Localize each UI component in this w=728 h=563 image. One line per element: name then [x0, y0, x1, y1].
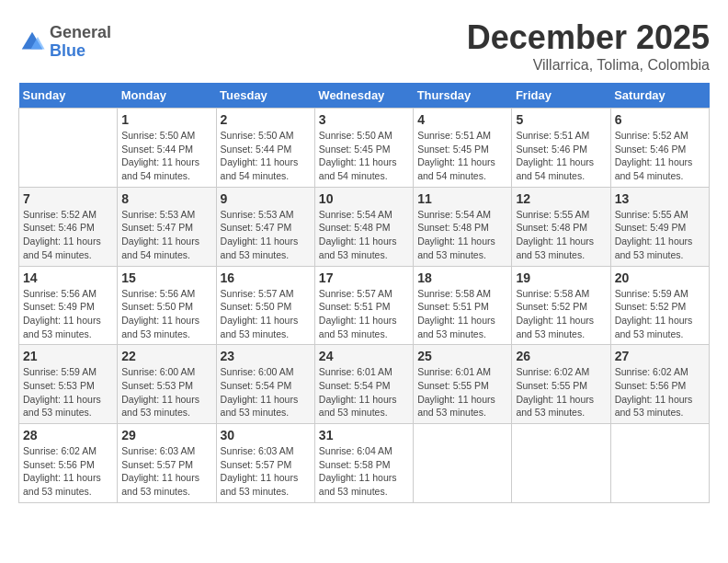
day-number: 18 — [417, 270, 507, 285]
logo-text: General Blue — [50, 24, 111, 61]
day-number: 10 — [319, 191, 409, 206]
day-info: Sunrise: 5:52 AMSunset: 5:46 PMDaylight:… — [615, 129, 705, 183]
day-number: 29 — [121, 428, 211, 442]
day-number: 8 — [121, 191, 211, 206]
calendar-cell: 23Sunrise: 6:00 AMSunset: 5:54 PMDayligh… — [216, 345, 314, 424]
calendar-cell: 28Sunrise: 6:02 AMSunset: 5:56 PMDayligh… — [19, 424, 118, 503]
calendar-cell — [19, 109, 118, 188]
logo-icon — [18, 29, 46, 56]
calendar-cell: 6Sunrise: 5:52 AMSunset: 5:46 PMDaylight… — [610, 109, 709, 188]
day-info: Sunrise: 5:51 AMSunset: 5:46 PMDaylight:… — [516, 129, 606, 183]
calendar-cell: 14Sunrise: 5:56 AMSunset: 5:49 PMDayligh… — [19, 266, 118, 345]
calendar-cell: 2Sunrise: 5:50 AMSunset: 5:44 PMDaylight… — [216, 109, 314, 188]
day-info: Sunrise: 5:52 AMSunset: 5:46 PMDaylight:… — [23, 208, 113, 262]
page-header: General Blue December 2025 Villarrica, T… — [18, 18, 710, 74]
calendar-cell: 8Sunrise: 5:53 AMSunset: 5:47 PMDaylight… — [118, 187, 216, 266]
calendar-cell — [512, 424, 610, 503]
calendar-cell: 3Sunrise: 5:50 AMSunset: 5:45 PMDaylight… — [314, 109, 413, 188]
calendar-cell: 30Sunrise: 6:03 AMSunset: 5:57 PMDayligh… — [216, 424, 314, 503]
calendar-cell: 13Sunrise: 5:55 AMSunset: 5:49 PMDayligh… — [610, 187, 709, 266]
day-number: 7 — [23, 191, 113, 206]
day-info: Sunrise: 6:04 AMSunset: 5:58 PMDaylight:… — [319, 444, 409, 499]
day-info: Sunrise: 5:57 AMSunset: 5:51 PMDaylight:… — [319, 287, 409, 341]
calendar-cell: 10Sunrise: 5:54 AMSunset: 5:48 PMDayligh… — [314, 187, 413, 266]
day-info: Sunrise: 5:59 AMSunset: 5:53 PMDaylight:… — [23, 365, 113, 419]
calendar-table: SundayMondayTuesdayWednesdayThursdayFrid… — [18, 83, 710, 503]
day-info: Sunrise: 6:00 AMSunset: 5:53 PMDaylight:… — [121, 365, 211, 419]
calendar-week-row: 21Sunrise: 5:59 AMSunset: 5:53 PMDayligh… — [19, 345, 710, 424]
calendar-cell: 19Sunrise: 5:58 AMSunset: 5:52 PMDayligh… — [512, 266, 610, 345]
day-number: 24 — [319, 349, 409, 363]
day-number: 22 — [121, 349, 211, 363]
day-number: 4 — [417, 112, 507, 127]
day-number: 30 — [221, 428, 311, 442]
title-section: December 2025 Villarrica, Tolima, Colomb… — [467, 18, 710, 74]
calendar-cell: 20Sunrise: 5:59 AMSunset: 5:52 PMDayligh… — [610, 266, 709, 345]
calendar-cell: 4Sunrise: 5:51 AMSunset: 5:45 PMDaylight… — [414, 109, 512, 188]
calendar-cell: 29Sunrise: 6:03 AMSunset: 5:57 PMDayligh… — [118, 424, 216, 503]
day-number: 17 — [319, 270, 409, 285]
calendar-cell: 21Sunrise: 5:59 AMSunset: 5:53 PMDayligh… — [19, 345, 118, 424]
calendar-cell — [414, 424, 512, 503]
logo-general: General — [50, 24, 111, 42]
day-info: Sunrise: 5:54 AMSunset: 5:48 PMDaylight:… — [319, 208, 409, 262]
calendar-cell — [610, 424, 709, 503]
day-number: 9 — [221, 191, 311, 206]
day-info: Sunrise: 5:56 AMSunset: 5:50 PMDaylight:… — [121, 287, 211, 341]
logo-blue: Blue — [50, 42, 111, 61]
day-number: 21 — [23, 349, 113, 363]
day-number: 28 — [23, 428, 113, 442]
calendar-cell: 1Sunrise: 5:50 AMSunset: 5:44 PMDaylight… — [118, 109, 216, 188]
calendar-week-row: 7Sunrise: 5:52 AMSunset: 5:46 PMDaylight… — [19, 187, 710, 266]
day-info: Sunrise: 5:50 AMSunset: 5:44 PMDaylight:… — [221, 129, 311, 183]
day-number: 26 — [516, 349, 606, 363]
day-info: Sunrise: 6:03 AMSunset: 5:57 PMDaylight:… — [221, 444, 311, 499]
calendar-cell: 15Sunrise: 5:56 AMSunset: 5:50 PMDayligh… — [118, 266, 216, 345]
weekday-header: Monday — [118, 83, 216, 109]
day-info: Sunrise: 5:50 AMSunset: 5:45 PMDaylight:… — [319, 129, 409, 183]
weekday-header: Friday — [512, 83, 610, 109]
calendar-cell: 27Sunrise: 6:02 AMSunset: 5:56 PMDayligh… — [610, 345, 709, 424]
day-number: 11 — [417, 191, 507, 206]
weekday-header: Tuesday — [216, 83, 314, 109]
day-info: Sunrise: 6:03 AMSunset: 5:57 PMDaylight:… — [121, 444, 211, 499]
day-info: Sunrise: 6:02 AMSunset: 5:56 PMDaylight:… — [23, 444, 113, 499]
day-number: 6 — [615, 112, 705, 127]
day-number: 31 — [319, 428, 409, 442]
calendar-cell: 24Sunrise: 6:01 AMSunset: 5:54 PMDayligh… — [314, 345, 413, 424]
calendar-cell: 11Sunrise: 5:54 AMSunset: 5:48 PMDayligh… — [414, 187, 512, 266]
day-info: Sunrise: 5:53 AMSunset: 5:47 PMDaylight:… — [221, 208, 311, 262]
day-info: Sunrise: 5:58 AMSunset: 5:52 PMDaylight:… — [516, 287, 606, 341]
logo: General Blue — [18, 24, 111, 61]
day-info: Sunrise: 6:00 AMSunset: 5:54 PMDaylight:… — [221, 365, 311, 419]
day-info: Sunrise: 5:59 AMSunset: 5:52 PMDaylight:… — [615, 287, 705, 341]
calendar-cell: 5Sunrise: 5:51 AMSunset: 5:46 PMDaylight… — [512, 109, 610, 188]
location-subtitle: Villarrica, Tolima, Colombia — [467, 57, 710, 74]
day-info: Sunrise: 6:02 AMSunset: 5:55 PMDaylight:… — [516, 365, 606, 419]
day-number: 20 — [615, 270, 705, 285]
day-info: Sunrise: 5:51 AMSunset: 5:45 PMDaylight:… — [417, 129, 507, 183]
month-title: December 2025 — [467, 18, 710, 57]
day-number: 2 — [221, 112, 311, 127]
calendar-cell: 17Sunrise: 5:57 AMSunset: 5:51 PMDayligh… — [314, 266, 413, 345]
weekday-header: Thursday — [414, 83, 512, 109]
day-info: Sunrise: 5:50 AMSunset: 5:44 PMDaylight:… — [121, 129, 211, 183]
day-number: 23 — [221, 349, 311, 363]
day-info: Sunrise: 6:02 AMSunset: 5:56 PMDaylight:… — [615, 365, 705, 419]
calendar-week-row: 1Sunrise: 5:50 AMSunset: 5:44 PMDaylight… — [19, 109, 710, 188]
day-number: 5 — [516, 112, 606, 127]
day-info: Sunrise: 5:58 AMSunset: 5:51 PMDaylight:… — [417, 287, 507, 341]
day-number: 16 — [221, 270, 311, 285]
calendar-cell: 9Sunrise: 5:53 AMSunset: 5:47 PMDaylight… — [216, 187, 314, 266]
day-number: 25 — [417, 349, 507, 363]
day-info: Sunrise: 5:57 AMSunset: 5:50 PMDaylight:… — [221, 287, 311, 341]
day-info: Sunrise: 5:54 AMSunset: 5:48 PMDaylight:… — [417, 208, 507, 262]
day-info: Sunrise: 5:56 AMSunset: 5:49 PMDaylight:… — [23, 287, 113, 341]
day-info: Sunrise: 6:01 AMSunset: 5:55 PMDaylight:… — [417, 365, 507, 419]
day-number: 12 — [516, 191, 606, 206]
calendar-cell: 12Sunrise: 5:55 AMSunset: 5:48 PMDayligh… — [512, 187, 610, 266]
header-row: SundayMondayTuesdayWednesdayThursdayFrid… — [19, 83, 710, 109]
calendar-cell: 26Sunrise: 6:02 AMSunset: 5:55 PMDayligh… — [512, 345, 610, 424]
calendar-week-row: 28Sunrise: 6:02 AMSunset: 5:56 PMDayligh… — [19, 424, 710, 503]
day-number: 13 — [615, 191, 705, 206]
